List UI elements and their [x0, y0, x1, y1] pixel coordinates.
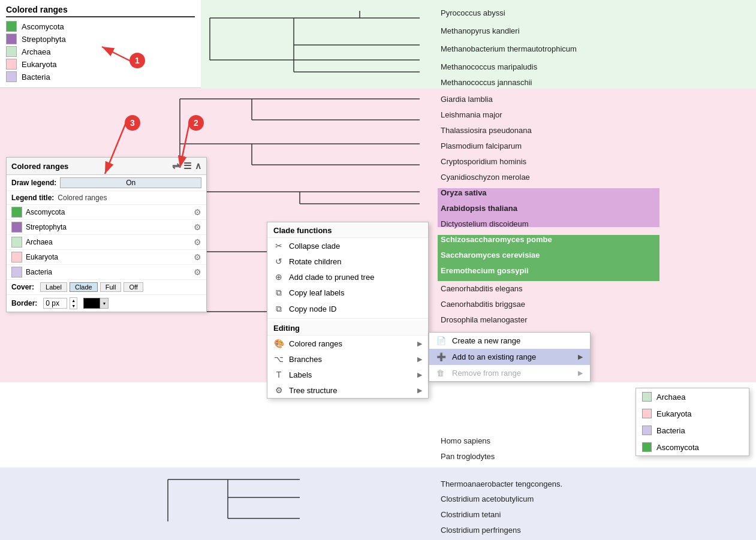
- leaf-plasmodium: Plasmodium falciparum: [441, 141, 522, 150]
- color-bacteria: [11, 267, 22, 277]
- side-panel-title: Colored ranges: [11, 162, 68, 171]
- top-range-item-ascomycota: Ascomycota: [6, 21, 195, 32]
- range-name-ascomycota: Ascomycota: [26, 208, 194, 216]
- sub2-bacteria[interactable]: Bacteria: [636, 422, 749, 439]
- range-name-eukaryota: Eukaryota: [26, 253, 194, 261]
- leaf-cyanidioschyzon: Cyanidioschyzon merolae: [441, 173, 530, 182]
- editing-title: Editing: [267, 320, 428, 336]
- range-row-ascomycota: Ascomycota ⚙: [7, 205, 206, 220]
- range-name-streptophyta: Streptophyta: [26, 223, 194, 231]
- ctx-branches[interactable]: ⌥ Branches ▶: [267, 351, 428, 367]
- top-label-streptophyta: Streptophyta: [22, 35, 66, 44]
- border-color-dropdown[interactable]: ▾: [100, 298, 109, 309]
- remove-from-label: Remove from range: [452, 369, 573, 378]
- sub2-color-eukaryota: [642, 409, 652, 418]
- leaf-methanopyrus: Methanopyrus kandleri: [441, 26, 520, 35]
- colored-ranges-submenu: 📄 Create a new range ➕ Add to an existin…: [429, 332, 591, 382]
- leaf-drosophila: Drosophila melanogaster: [441, 315, 528, 324]
- leaf-schizosaccharomyces: Schizosaccharomyces pombe: [441, 235, 552, 244]
- remove-from-range[interactable]: 🗑 Remove from range ▶: [429, 365, 590, 381]
- spinner-down[interactable]: ▼: [70, 303, 77, 309]
- leaf-homo: Homo sapiens: [441, 436, 490, 445]
- top-color-archaea: [6, 46, 17, 57]
- add-pruned-icon: ⊕: [273, 272, 284, 282]
- sub2-color-bacteria: [642, 426, 652, 435]
- border-input[interactable]: [43, 298, 67, 309]
- leaf-thalassiosira: Thalassiosira pseudonana: [441, 126, 532, 135]
- ctx-colored-ranges[interactable]: 🎨 Colored ranges ▶: [267, 336, 428, 351]
- badge-1: 1: [129, 53, 145, 68]
- branches-arrow: ▶: [417, 355, 422, 363]
- top-label-eukaryota: Eukaryota: [22, 60, 57, 69]
- add-existing-label: Add to an existing range: [452, 352, 573, 361]
- ctx-rotate-children[interactable]: ↺ Rotate children: [267, 254, 428, 269]
- top-color-ascomycota: [6, 21, 17, 32]
- list-icon[interactable]: ☰: [183, 161, 191, 171]
- color-archaea: [11, 237, 22, 248]
- gear-ascomycota[interactable]: ⚙: [194, 207, 201, 217]
- color-ascomycota: [11, 207, 22, 218]
- side-colored-ranges-panel: Colored ranges ⇌ ☰ ∧ Draw legend: On Leg…: [6, 157, 207, 312]
- ctx-branches-label: Branches: [289, 355, 412, 364]
- top-label-bacteria: Bacteria: [22, 73, 50, 82]
- ctx-colored-ranges-label: Colored ranges: [289, 339, 412, 348]
- ctx-tree-structure[interactable]: ⚙ Tree structure ▶: [267, 382, 428, 398]
- top-label-archaea: Archaea: [22, 47, 50, 56]
- ctx-copy-node-label: Copy node ID: [289, 304, 422, 313]
- color-streptophyta: [11, 222, 22, 233]
- ctx-collapse-clade[interactable]: ✂ Collapse clade: [267, 238, 428, 254]
- sub2-archaea[interactable]: Archaea: [636, 388, 749, 405]
- ctx-labels[interactable]: T Labels ▶: [267, 367, 428, 382]
- top-color-streptophyta: [6, 34, 17, 44]
- gear-streptophyta[interactable]: ⚙: [194, 222, 201, 232]
- copy-node-icon: ⧉: [273, 304, 284, 314]
- create-new-range[interactable]: 📄 Create a new range: [429, 333, 590, 349]
- leaf-clostridium-p: Clostridium perfringens: [441, 526, 521, 535]
- draw-legend-button[interactable]: On: [60, 177, 201, 188]
- gear-archaea[interactable]: ⚙: [194, 237, 201, 247]
- add-existing-icon: ➕: [436, 352, 447, 361]
- collapse-icon[interactable]: ∧: [195, 161, 201, 171]
- cover-row: Cover: Label Clade Full Off: [7, 280, 206, 295]
- colored-ranges-icon: 🎨: [273, 339, 284, 348]
- sub2-label-eukaryota: Eukaryota: [656, 409, 692, 418]
- cover-label-btn[interactable]: Label: [40, 282, 67, 292]
- leaf-clostridium-t: Clostridium tetani: [441, 510, 501, 519]
- rotate-children-icon: ↺: [273, 257, 284, 266]
- context-menu: Clade functions ✂ Collapse clade ↺ Rotat…: [267, 222, 429, 399]
- ctx-add-pruned[interactable]: ⊕ Add clade to pruned tree: [267, 269, 428, 285]
- add-existing-submenu: Archaea Eukaryota Bacteria Ascomycota: [635, 388, 749, 456]
- gear-bacteria[interactable]: ⚙: [194, 267, 201, 277]
- border-color-picker[interactable]: [83, 298, 100, 309]
- leaf-cryptosporidium: Cryptosporidium hominis: [441, 157, 526, 166]
- create-new-icon: 📄: [436, 336, 447, 345]
- range-row-eukaryota: Eukaryota ⚙: [7, 250, 206, 265]
- sub2-label-archaea: Archaea: [656, 393, 685, 402]
- badge-2: 2: [188, 115, 204, 131]
- sub2-eukaryota[interactable]: Eukaryota: [636, 405, 749, 422]
- top-label-ascomycota: Ascomycota: [22, 22, 64, 31]
- leaf-thermoanaerobacter: Thermoanaerobacter tengcongens.: [441, 479, 562, 488]
- cover-off-btn[interactable]: Off: [124, 282, 143, 292]
- spinner-up[interactable]: ▲: [70, 298, 77, 303]
- badge-3: 3: [125, 115, 140, 131]
- legend-title-label: Legend title:: [11, 194, 54, 202]
- transfer-icon[interactable]: ⇌: [172, 161, 180, 171]
- leaf-pyrococcus: Pyrococcus abyssi: [441, 8, 505, 17]
- sub2-color-archaea: [642, 392, 652, 402]
- leaf-caenorhabditis-b: Caenorhabditis briggsae: [441, 300, 525, 309]
- cover-full-btn[interactable]: Full: [100, 282, 122, 292]
- cover-clade-btn[interactable]: Clade: [70, 282, 98, 292]
- ctx-copy-node[interactable]: ⧉ Copy node ID: [267, 301, 428, 317]
- labels-icon: T: [273, 370, 284, 379]
- ctx-copy-leaf[interactable]: ⧉ Copy leaf labels: [267, 285, 428, 301]
- sub2-color-ascomycota: [642, 442, 652, 452]
- sub2-ascomycota[interactable]: Ascomycota: [636, 439, 749, 455]
- branches-icon: ⌥: [273, 354, 284, 364]
- border-spinner[interactable]: ▲ ▼: [70, 297, 77, 309]
- leaf-dictyostelium: Dictyostelium discoideum: [441, 219, 529, 228]
- add-existing-range[interactable]: ➕ Add to an existing range ▶: [429, 349, 590, 365]
- gear-eukaryota[interactable]: ⚙: [194, 252, 201, 262]
- top-colored-ranges-panel: Colored ranges Ascomycota Streptophyta A…: [0, 0, 201, 88]
- range-name-bacteria: Bacteria: [26, 268, 194, 276]
